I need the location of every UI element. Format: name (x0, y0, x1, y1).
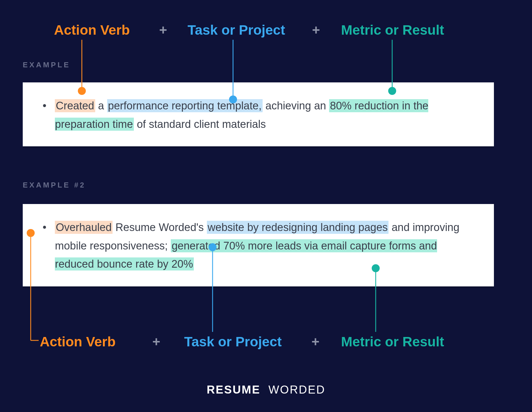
footer-bold: RESUME (207, 383, 260, 396)
example-2-bullet: • Overhauled Resume Worded's website by … (40, 218, 477, 273)
example-2-text: Overhauled Resume Worded's website by re… (55, 218, 477, 273)
bullet-dot-icon: • (43, 97, 46, 115)
formula-metric-top: Metric or Result (341, 22, 444, 38)
example-1-bullet: • Created a performance reporting templa… (40, 97, 477, 133)
footer-logo: RESUME WORDED (0, 383, 532, 396)
formula-plus-2-bottom: + (311, 334, 319, 349)
section-label-example: EXAMPLE (23, 61, 70, 69)
example-2-verb-highlight: Overhauled (55, 221, 112, 234)
example-2-task-highlight: website by redesigning landing pages (207, 221, 389, 234)
footer-light: WORDED (269, 383, 325, 396)
formula-action-verb-bottom: Action Verb (40, 334, 116, 349)
example-2-card: • Overhauled Resume Worded's website by … (23, 204, 494, 286)
bullet-dot-icon: • (43, 218, 46, 237)
formula-task-bottom: Task or Project (184, 334, 282, 349)
example-1-verb-highlight: Created (55, 99, 95, 112)
formula-plus-1-bottom: + (152, 334, 160, 349)
formula-metric-bottom: Metric or Result (341, 334, 444, 349)
formula-plus-2-top: + (312, 22, 320, 38)
example-1-plain-1: a (95, 100, 107, 112)
example-1-plain-2: achieving an (263, 100, 329, 112)
section-label-example-2: EXAMPLE #2 (23, 181, 86, 190)
example-1-card: • Created a performance reporting templa… (23, 82, 494, 146)
diagram-stage: Action Verb + Task or Project + Metric o… (0, 0, 532, 412)
formula-plus-1-top: + (159, 22, 167, 38)
example-1-plain-3: of standard client materials (134, 118, 266, 130)
formula-action-verb-top: Action Verb (54, 22, 130, 38)
example-1-text: Created a performance reporting template… (55, 97, 477, 133)
formula-task-top: Task or Project (188, 22, 285, 38)
example-2-plain-1: Resume Worded's (113, 221, 207, 233)
example-1-task-highlight: performance reporting template, (107, 99, 263, 112)
